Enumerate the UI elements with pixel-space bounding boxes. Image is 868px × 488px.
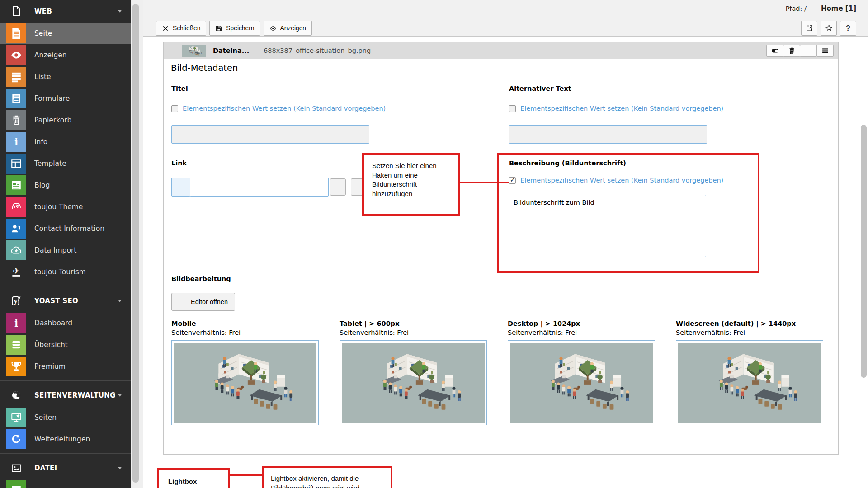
alt-override-label[interactable]: Elementspezifischen Wert setzen (Kein St… — [520, 105, 723, 112]
close-button-label: Schließen — [173, 25, 200, 32]
collapse-chevron-icon[interactable] — [169, 47, 175, 54]
module-body: Dateina... 688x387_office-situation_bg.p… — [143, 37, 868, 488]
redirect-icon — [6, 429, 26, 449]
sidebar-item-seite[interactable]: Seite — [0, 23, 131, 44]
sidebar-section-web[interactable]: WEB — [0, 0, 131, 23]
help-button[interactable]: ? — [840, 21, 856, 36]
bars-icon — [6, 335, 26, 355]
titel-override-checkbox[interactable] — [171, 105, 178, 112]
sidebar-item-toujou-theme[interactable]: toujou Theme — [0, 196, 131, 218]
image-icon — [6, 458, 26, 478]
trash-icon — [6, 110, 26, 130]
beschreibung-override-checkbox[interactable] — [509, 177, 516, 184]
main-content: Pfad: / Home [1] SchließenSpeichernAnzei… — [143, 0, 868, 488]
section-divider — [0, 453, 131, 454]
metadata-heading: Bild-Metadaten — [171, 63, 238, 73]
breadcrumb: Pfad: / Home [1] — [786, 5, 856, 13]
sidebar-item-info[interactable]: iInfo — [0, 131, 131, 153]
alt-text-input[interactable] — [509, 125, 707, 144]
view-button[interactable]: Anzeigen — [264, 21, 312, 36]
open-editor-button[interactable]: Editor öffnen — [171, 293, 235, 311]
crop-variant-preview[interactable] — [508, 340, 655, 425]
lightbox-hint-box: Lightbox aktivieren, damit die Bildübers… — [262, 466, 392, 488]
sidebar-item-uebersicht[interactable]: Übersicht — [0, 334, 131, 356]
file-field-label: Dateina... — [213, 47, 264, 54]
crop-variant-3: Widescreen (default) | > 1440pxSeitenver… — [676, 320, 823, 425]
beschreibung-highlight-frame — [497, 153, 760, 273]
sidebar-item-label: Papierkorb — [34, 116, 71, 124]
sidebar-item-anzeigen[interactable]: Anzeigen — [0, 44, 131, 66]
titel-override-label[interactable]: Elementspezifischen Wert setzen (Kein St… — [183, 105, 386, 112]
template-icon — [6, 154, 26, 174]
lightbox-hint-line2: Bildüberschrift angezeigt wird — [271, 483, 383, 488]
crop-variant-preview[interactable] — [676, 340, 823, 425]
sidebar-item-dashboard[interactable]: iDashboard — [0, 312, 131, 334]
save-button[interactable]: Speichern — [209, 21, 260, 36]
crop-variant-preview[interactable] — [340, 340, 487, 425]
office-scene-image — [342, 343, 485, 423]
sidebar-section-yoast-seo[interactable]: yYOAST SEO — [0, 290, 131, 312]
file-actions — [767, 45, 834, 57]
list-icon — [6, 480, 26, 488]
link-explanation-button[interactable] — [330, 178, 346, 196]
sidebar-item-formulare[interactable]: Formulare — [0, 88, 131, 109]
sidebar-item-label: Data Import — [34, 246, 76, 254]
open-window-button[interactable] — [801, 21, 817, 36]
alt-override-checkbox[interactable] — [509, 105, 516, 112]
crop-variant-preview[interactable] — [171, 340, 319, 425]
file-thumbnail — [182, 45, 206, 57]
sidebar-item-weiterleitungen[interactable]: Weiterleitungen — [0, 428, 131, 450]
sidebar-item-label: Seiten — [34, 413, 57, 422]
caption-annotation-text: Setzen Sie hier einen Haken um eine Bild… — [372, 161, 450, 199]
sidebar-item-label: Dashboard — [34, 319, 72, 327]
page-icon — [6, 23, 26, 43]
sidebar-scrollbar[interactable] — [131, 0, 143, 488]
sidebar-item-data-import[interactable]: Data Import — [0, 239, 131, 261]
save-icon — [215, 25, 222, 32]
sidebar-section-seitenverwaltung[interactable]: SEITENVERWALTUNG — [0, 384, 131, 407]
titel-input[interactable] — [171, 125, 369, 144]
page-icon — [810, 5, 818, 13]
sidebar-item-label: toujou Theme — [34, 203, 83, 211]
docheader-buttons: SchließenSpeichernAnzeigen — [156, 21, 312, 36]
blank-button[interactable] — [800, 45, 817, 57]
crop-variant-ratio: Seitenverhältnis: Frei — [676, 329, 823, 336]
sidebar-item-blog[interactable]: Blog — [0, 174, 131, 196]
sidebar-item-label: Premium — [34, 362, 66, 371]
link-input[interactable] — [190, 178, 329, 197]
sidebar-item-label: Weiterleitungen — [34, 435, 90, 443]
sidebar-item-premium[interactable]: Premium — [0, 356, 131, 377]
sidebar-scrollbar-thumb[interactable] — [132, 4, 139, 483]
sidebar-menu: WEBSeiteAnzeigenListeFormularePapierkorb… — [0, 0, 131, 488]
content-scrollbar-thumb[interactable] — [861, 125, 867, 378]
section-label: DATEI — [34, 464, 57, 472]
trash-dark-icon — [788, 47, 796, 55]
sidebar-item-papierkorb[interactable]: Papierkorb — [0, 109, 131, 131]
sidebar-item-label: toujou Tourism — [34, 268, 86, 276]
crop-variant-title: Tablet | > 600px — [340, 320, 487, 327]
path-label: Pfad: / — [786, 5, 807, 12]
open-editor-label: Editor öffnen — [191, 298, 228, 305]
link-label: Link — [171, 160, 187, 167]
office-scene-image — [510, 343, 653, 423]
file-panel-header[interactable]: Dateina... 688x387_office-situation_bg.p… — [164, 42, 838, 59]
beschreibung-override-label[interactable]: Elementspezifischen Wert setzen (Kein St… — [520, 177, 723, 184]
sidebar-item-template[interactable]: Template — [0, 153, 131, 174]
section-divider — [164, 462, 839, 462]
menu-button[interactable] — [816, 45, 834, 57]
sidebar-item-partial-item[interactable] — [0, 479, 131, 488]
sidebar-item-label: Template — [34, 160, 66, 168]
lightbox-label: Lightbox — [168, 478, 197, 485]
enable-button[interactable] — [766, 45, 783, 57]
delete-button[interactable] — [783, 45, 800, 57]
sidebar-item-label: Seite — [34, 29, 52, 38]
plane-icon: ✈ — [6, 262, 26, 282]
sidebar-item-toujou-tourism[interactable]: ✈toujou Tourism — [0, 261, 131, 283]
bookmark-button[interactable] — [821, 21, 837, 36]
lightbox-hint-line1: Lightbox aktivieren, damit die — [271, 474, 383, 483]
sidebar-item-contact-information[interactable]: Contact Information — [0, 218, 131, 239]
sidebar-section-datei[interactable]: DATEI — [0, 457, 131, 479]
sidebar-item-seiten[interactable]: Seiten — [0, 407, 131, 428]
close-button[interactable]: Schließen — [156, 21, 206, 36]
sidebar-item-liste[interactable]: Liste — [0, 66, 131, 88]
